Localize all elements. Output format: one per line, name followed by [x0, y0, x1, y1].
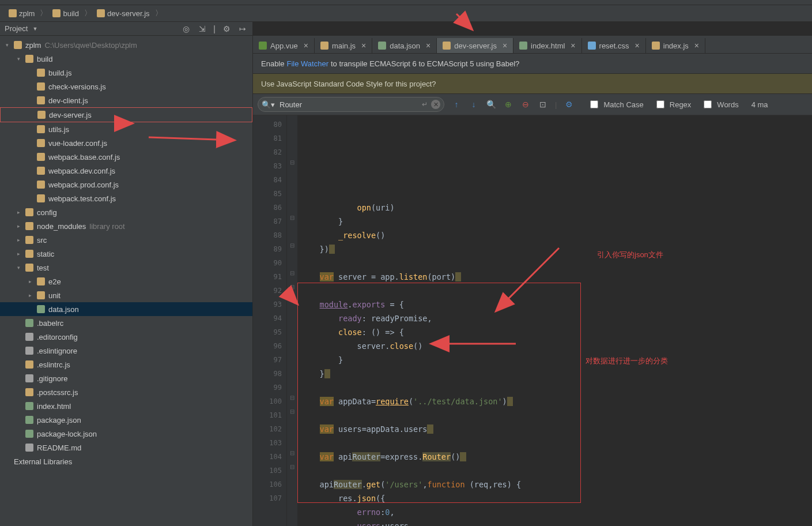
- select-all-icon[interactable]: ⊡: [538, 99, 548, 110]
- code-content[interactable]: 引入你写的json文件 对数据进行进一步的分类 opn(uri) } _reso…: [297, 115, 812, 526]
- tree-twisty-icon[interactable]: ▾: [15, 56, 22, 62]
- match-case-option[interactable]: Match Case: [588, 99, 643, 110]
- tree-twisty-icon[interactable]: ▸: [15, 223, 22, 229]
- close-icon[interactable]: ×: [694, 41, 699, 50]
- clear-search-icon[interactable]: ✕: [431, 100, 440, 109]
- code-line[interactable]: users:users: [301, 519, 812, 526]
- target-icon[interactable]: ◎: [181, 24, 191, 34]
- fold-marker[interactable]: ⊟: [287, 394, 297, 408]
- fold-marker[interactable]: [287, 478, 297, 491]
- project-tree[interactable]: ▾zplm C:\Users\qwe\Desktop\zplm▾buildbui…: [0, 36, 253, 526]
- code-style-banner[interactable]: Use JavaScript Standard Code Style for t…: [253, 74, 812, 94]
- code-line[interactable]: module.exports = {: [301, 298, 812, 311]
- tree-item[interactable]: ▸node_modules library root: [0, 219, 252, 233]
- words-option[interactable]: Words: [701, 99, 738, 110]
- tree-item[interactable]: package.json: [0, 413, 252, 427]
- find-all-icon[interactable]: 🔍: [486, 99, 496, 110]
- tree-item[interactable]: webpack.prod.conf.js: [0, 178, 252, 191]
- tree-twisty-icon[interactable]: ▸: [15, 251, 22, 257]
- code-line[interactable]: close: () => {: [301, 325, 812, 339]
- regex-checkbox[interactable]: [656, 100, 664, 108]
- tree-item[interactable]: package-lock.json: [0, 427, 252, 441]
- tree-item[interactable]: ▾test: [0, 261, 252, 275]
- code-line[interactable]: }: [301, 353, 812, 367]
- tree-item[interactable]: dev-client.js: [0, 93, 252, 107]
- code-line[interactable]: }: [301, 367, 812, 381]
- code-line[interactable]: var appData=require('../test/data.json'): [301, 394, 812, 408]
- code-line[interactable]: _resolve(): [301, 228, 812, 242]
- tree-item[interactable]: build.js: [0, 66, 252, 80]
- fold-marker[interactable]: [287, 256, 297, 270]
- fold-marker[interactable]: ⊟: [287, 242, 297, 256]
- fold-marker[interactable]: [287, 118, 297, 132]
- close-icon[interactable]: ×: [304, 41, 308, 50]
- search-icon[interactable]: 🔍▾: [262, 100, 275, 109]
- tree-item[interactable]: ▸config: [0, 205, 252, 219]
- tree-item[interactable]: ▸static: [0, 247, 252, 261]
- close-icon[interactable]: ×: [635, 41, 640, 50]
- code-line[interactable]: ready: readyPromise,: [301, 311, 812, 325]
- code-line[interactable]: var apiRouter=express.Router(): [301, 450, 812, 464]
- code-line[interactable]: [301, 381, 812, 394]
- tree-item[interactable]: webpack.base.conf.js: [0, 150, 252, 164]
- fold-marker[interactable]: [287, 145, 297, 159]
- tree-twisty-icon[interactable]: ▸: [27, 292, 33, 298]
- match-case-checkbox[interactable]: [590, 100, 598, 108]
- fold-marker[interactable]: [287, 367, 297, 381]
- tree-item[interactable]: ▸src: [0, 233, 252, 247]
- fold-marker[interactable]: [287, 491, 297, 505]
- collapse-all-icon[interactable]: ⇲: [197, 24, 207, 34]
- chevron-down-icon[interactable]: ▼: [32, 26, 37, 32]
- code-line[interactable]: [301, 284, 812, 298]
- code-line[interactable]: opn(uri): [301, 201, 812, 215]
- arrow-up-icon[interactable]: ↑: [451, 99, 462, 110]
- tree-item[interactable]: README.md: [0, 441, 252, 454]
- fold-column[interactable]: ⊟⊟⊟⊟⊟⊟⊟⊟⊟: [287, 115, 297, 526]
- settings-icon[interactable]: ⚙: [564, 99, 574, 110]
- remove-selection-icon[interactable]: ⊖: [520, 99, 531, 110]
- file-watcher-link[interactable]: File Watcher: [286, 59, 328, 68]
- add-selection-icon[interactable]: ⊕: [503, 99, 513, 110]
- code-line[interactable]: [301, 256, 812, 270]
- tree-item[interactable]: .eslintrc.js: [0, 358, 252, 371]
- fold-marker[interactable]: [287, 311, 297, 325]
- arrow-down-icon[interactable]: ↓: [469, 99, 479, 110]
- tree-item[interactable]: data.json: [0, 302, 252, 316]
- close-icon[interactable]: ×: [361, 41, 366, 50]
- breadcrumb-item[interactable]: zplm: [5, 9, 39, 18]
- tree-item[interactable]: webpack.test.conf.js: [0, 191, 252, 205]
- code-line[interactable]: }: [301, 215, 812, 228]
- tree-item[interactable]: .gitignore: [0, 371, 252, 385]
- tree-twisty-icon[interactable]: ▾: [15, 265, 22, 270]
- code-line[interactable]: res.json({: [301, 491, 812, 505]
- fold-marker[interactable]: ⊟: [287, 159, 297, 173]
- editor-tab[interactable]: reset.css×: [582, 38, 646, 53]
- editor-tab[interactable]: App.vue×: [253, 38, 315, 53]
- gear-icon[interactable]: ⚙: [221, 24, 232, 34]
- hide-icon[interactable]: ↦: [237, 24, 248, 34]
- fold-marker[interactable]: [287, 325, 297, 339]
- editor-tab[interactable]: data.json×: [372, 38, 437, 53]
- find-input[interactable]: [278, 100, 418, 110]
- tree-twisty-icon[interactable]: ▸: [15, 237, 22, 243]
- fold-marker[interactable]: [287, 353, 297, 367]
- fold-marker[interactable]: [287, 422, 297, 436]
- tree-item[interactable]: ▾build: [0, 52, 252, 66]
- close-icon[interactable]: ×: [571, 41, 575, 50]
- fold-marker[interactable]: ⊟: [287, 215, 297, 228]
- editor-tab[interactable]: main.js×: [315, 38, 372, 53]
- fold-marker[interactable]: [287, 381, 297, 394]
- fold-marker[interactable]: [287, 187, 297, 201]
- tree-item[interactable]: dev-server.js: [0, 107, 252, 122]
- fold-marker[interactable]: [287, 298, 297, 311]
- editor-tab[interactable]: index.js×: [646, 38, 705, 53]
- code-line[interactable]: var users=appData.users: [301, 422, 812, 436]
- code-line[interactable]: [301, 408, 812, 422]
- breadcrumb-item[interactable]: dev-server.js: [93, 9, 154, 18]
- tree-item[interactable]: .babelrc: [0, 316, 252, 330]
- tree-item[interactable]: index.html: [0, 399, 252, 413]
- code-line[interactable]: [301, 436, 812, 450]
- code-area[interactable]: 8081828384858687888990919293949596979899…: [253, 115, 812, 526]
- tree-item[interactable]: check-versions.js: [0, 80, 252, 93]
- fold-marker[interactable]: [287, 436, 297, 450]
